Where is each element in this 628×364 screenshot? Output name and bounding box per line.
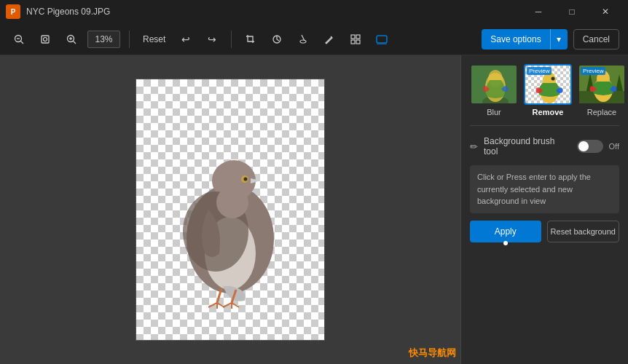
background-brush-toggle[interactable] (577, 140, 603, 153)
brush-tool-label: Background brush tool (484, 136, 571, 157)
brush-tool-row: ✏ Background brush tool Off (470, 135, 619, 158)
brush-icon: ✏ (470, 141, 478, 152)
cursor-indicator (503, 241, 508, 245)
zoom-fit-button[interactable] (35, 29, 55, 50)
svg-rect-12 (351, 35, 355, 39)
svg-point-44 (552, 77, 555, 81)
toggle-knob (578, 141, 589, 151)
svg-line-32 (232, 303, 239, 307)
replace-thumb: Preview (578, 64, 626, 105)
draw-tool[interactable] (319, 29, 339, 50)
blur-preview-img (471, 66, 518, 105)
zoom-in-button[interactable] (61, 29, 82, 50)
redo-button[interactable]: ↪ (202, 29, 222, 50)
pigeon-image (165, 108, 296, 312)
filter-tool[interactable] (372, 29, 392, 50)
titlebar: P NYC Pigeons 09.JPG ─ □ ✕ (0, 0, 628, 23)
blur-label: Blur (487, 108, 501, 116)
minimize-button[interactable]: ─ (522, 0, 555, 23)
image-container (136, 79, 325, 341)
blur-thumb (470, 64, 518, 105)
svg-line-27 (208, 303, 217, 307)
toolbar: Reset ↩ ↪ (0, 23, 628, 55)
main-area: 快马导航网 (0, 55, 628, 364)
undo-button[interactable]: ↩ (176, 29, 196, 50)
svg-rect-16 (377, 36, 387, 43)
toolbar-separator (129, 31, 130, 48)
toolbar-separator2 (231, 31, 232, 48)
reset-button[interactable]: Reset (138, 29, 170, 50)
svg-line-30 (223, 303, 232, 307)
svg-line-1 (21, 41, 24, 44)
svg-rect-15 (356, 40, 360, 44)
preview-badge-remove: Preview (527, 67, 552, 75)
action-row: Apply Reset background (470, 221, 619, 242)
zoom-out-button[interactable] (9, 29, 29, 50)
bg-option-replace[interactable]: Preview (578, 64, 626, 116)
bg-option-blur[interactable]: Blur (470, 64, 518, 116)
remove-thumb: Preview (524, 64, 572, 105)
bg-option-remove[interactable]: Preview (524, 64, 572, 116)
svg-rect-14 (351, 40, 355, 44)
svg-rect-3 (42, 36, 49, 43)
window-title: NYC Pigeons 09.JPG (26, 7, 522, 17)
bg-remove-tool[interactable] (345, 29, 366, 50)
replace-label: Replace (587, 108, 616, 116)
svg-rect-13 (356, 35, 360, 39)
save-options-label: Save options (482, 29, 549, 50)
watermark: 快马导航网 (409, 347, 456, 360)
apply-label: Apply (495, 226, 517, 237)
maximize-button[interactable]: □ (555, 0, 589, 23)
toolbar-right: Save options ▾ Cancel (482, 29, 619, 50)
toggle-off-label: Off (609, 142, 619, 151)
svg-point-24 (244, 178, 248, 181)
svg-point-10 (300, 40, 306, 43)
svg-point-4 (44, 37, 47, 41)
erase-tool[interactable] (293, 29, 313, 50)
app-icon: P (6, 4, 20, 19)
cancel-button[interactable]: Cancel (573, 29, 619, 50)
right-panel: Blur Preview (460, 55, 628, 364)
canvas-area[interactable]: 快马导航网 (0, 55, 460, 364)
adjust-tool[interactable] (267, 29, 287, 50)
close-button[interactable]: ✕ (589, 0, 622, 23)
svg-line-6 (74, 41, 76, 44)
svg-point-22 (216, 186, 248, 218)
zoom-input[interactable] (87, 31, 120, 48)
preview-badge-replace: Preview (581, 67, 605, 75)
bg-options: Blur Preview (470, 64, 619, 116)
window-controls: ─ □ ✕ (522, 0, 622, 23)
divider1 (470, 125, 619, 126)
remove-label: Remove (533, 108, 564, 116)
reset-background-button[interactable]: Reset background (547, 221, 620, 242)
save-options-arrow-icon[interactable]: ▾ (550, 29, 568, 50)
apply-button[interactable]: Apply (470, 221, 541, 242)
save-options-button[interactable]: Save options ▾ (482, 29, 567, 50)
reset-background-label: Reset background (551, 227, 616, 236)
crop-tool[interactable] (240, 29, 261, 50)
info-box: Click or Press enter to apply the curren… (470, 165, 619, 213)
info-text: Click or Press enter to apply the curren… (477, 173, 591, 205)
